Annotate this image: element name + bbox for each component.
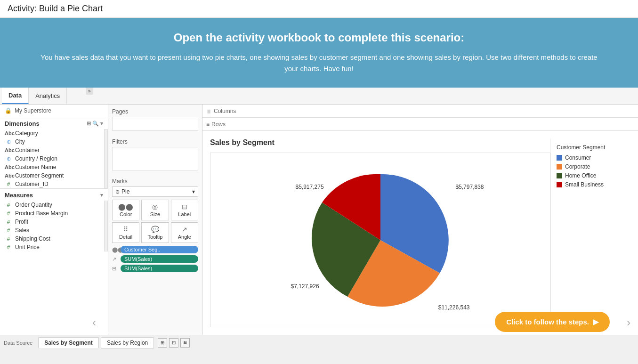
marks-field-label: ⊟ SUM(Sales) [112,265,198,272]
data-analytics-tabs: Data Analytics [2,88,67,104]
pages-section: Pages [112,108,198,135]
field-customer-name[interactable]: AbcCustomer Name [0,163,104,171]
field-product-base-margin[interactable]: #Product Base Margin [0,209,104,218]
legend-label-home-office: Home Office [565,172,596,179]
legend-panel: Customer Segment Consumer Corporate Home… [550,138,630,327]
rows-shelf: ≡ Rows [202,118,638,131]
legend-label-corporate: Corporate [565,163,590,170]
field-customer-segment[interactable]: AbcCustomer Segment [0,171,104,180]
tooltip-icon: 💬 [151,226,159,233]
hero-heading: Open the activity workbook to complete t… [38,31,600,44]
size-label: Size [150,211,160,217]
new-story-icon[interactable]: ≋ [180,338,190,348]
bottom-bar: Data Source Sales by Segment Sales by Re… [0,335,638,350]
columns-icon: ⫼ [206,108,212,114]
marks-field-color: ⬤⬤ Customer Seg.. [112,246,198,253]
sheet-tab-region[interactable]: Sales by Region [101,337,154,348]
meas-scrollbar[interactable] [104,201,108,251]
dim-scrollbar[interactable] [104,129,108,188]
marks-section: Marks ⊙ Pie ▾ ⬤⬤ Color ◎ Size [112,178,198,272]
left-panel: 🔒 My Superstore Dimensions ⊞ 🔍 ▾ AbcCate… [0,105,108,335]
lock-icon: 🔒 [5,107,12,114]
field-country-region[interactable]: ⊕Country / Region [0,154,104,163]
hero-body: You have sales data that you want to pre… [38,52,600,74]
field-customer-id[interactable]: #Customer_ID [0,180,104,188]
pie-svg [305,165,456,315]
marks-field-angle: ↗ SUM(Sales) [112,255,198,263]
data-source-tab[interactable]: Data Source [4,340,32,346]
tab-data[interactable]: Data [2,88,29,104]
marks-type: Pie [121,188,129,195]
marks-label: Marks [112,178,198,185]
mark-btn-detail[interactable]: ⠿ Detail [112,222,139,243]
color-label: Color [120,211,132,217]
chart-title: Sales by Segment [210,138,550,147]
nav-left-button[interactable]: ‹ [92,316,96,329]
label-consumer: $5,797,838 [455,184,484,190]
label-corporate: $11,226,543 [438,304,470,311]
legend-color-corporate [557,164,562,170]
pie-chart: $5,797,838 $11,226,543 $7,127,926 $5,917… [305,165,456,315]
mark-btn-size[interactable]: ◎ Size [141,200,169,220]
marks-label-pill[interactable]: SUM(Sales) [121,265,198,272]
mark-btn-label[interactable]: ⊟ Label [171,200,198,220]
new-sheet-icon[interactable]: ⊞ [158,338,167,348]
field-sales[interactable]: #Sales [0,226,104,235]
detail-label: Detail [119,234,132,240]
color-icon: ⬤⬤ [118,203,133,210]
field-category[interactable]: AbcCategory [0,129,104,138]
tableau-area: » Data Analytics 🔒 My Superstore Dimensi… [0,88,638,350]
field-profit[interactable]: #Profit [0,218,104,226]
marks-angle-pill[interactable]: SUM(Sales) [121,255,198,263]
field-container[interactable]: AbcContainer [0,146,104,154]
columns-label: ⫼ Columns [206,108,249,114]
marks-fields: ⬤⬤ Customer Seg.. ↗ SUM(Sales) ⊟ SUM(Sal… [112,246,198,272]
measures-label: Measures [5,192,33,199]
dimensions-list: AbcCategory ⊕City AbcContainer ⊕Country … [0,129,104,188]
mark-btn-tooltip[interactable]: 💬 Tooltip [141,222,169,243]
rows-label: ≡ Rows [206,121,249,128]
cta-label: Click to follow the steps. [506,318,589,326]
main-content: 🔒 My Superstore Dimensions ⊞ 🔍 ▾ AbcCate… [0,105,638,335]
marks-type-dropdown[interactable]: ⊙ Pie ▾ [112,186,198,197]
legend-label-consumer: Consumer [565,154,591,161]
marks-angle-prefix: ↗ [112,256,119,262]
page-title: Activity: Build a Pie Chart [0,0,638,18]
field-unit-price[interactable]: #Unit Price [0,243,104,251]
field-order-quantity[interactable]: #Order Quantity [0,201,104,209]
marks-color-pill[interactable]: Customer Seg.. [121,246,198,253]
meas-scroll-area: #Order Quantity #Product Base Margin #Pr… [0,201,108,251]
filters-box [112,147,198,170]
legend-item-consumer: Consumer [557,154,625,161]
measures-list: #Order Quantity #Product Base Margin #Pr… [0,201,104,251]
size-icon: ◎ [152,203,158,210]
angle-icon: ↗ [182,226,187,233]
pages-label: Pages [112,108,198,115]
legend-item-small-business: Small Business [557,181,625,188]
tab-analytics[interactable]: Analytics [29,88,67,104]
dimensions-section: Dimensions ⊞ 🔍 ▾ AbcCategory ⊕City AbcCo… [0,117,108,189]
chart-container: Sales by Segment [202,131,638,335]
dimensions-header: Dimensions ⊞ 🔍 ▾ [0,117,108,129]
expand-icon[interactable]: » [86,88,93,95]
middle-panel: Pages Filters Marks ⊙ Pie ▾ ⬤⬤ [108,105,202,335]
legend-color-home-office [557,173,562,178]
columns-shelf: ⫼ Columns [202,105,638,118]
field-city[interactable]: ⊕City [0,138,104,146]
measures-header: Measures ▾ [0,189,108,201]
label-home-office: $7,127,926 [291,283,319,290]
sheet-tab-segment[interactable]: Sales by Segment [38,337,99,348]
cta-button[interactable]: Click to follow the steps. ▶ [495,312,610,332]
legend-title: Customer Segment [557,144,625,151]
field-shipping-cost[interactable]: #Shipping Cost [0,235,104,243]
measures-section: Measures ▾ #Order Quantity #Product Base… [0,189,108,251]
mark-btn-color[interactable]: ⬤⬤ Color [112,200,139,220]
legend-label-small-business: Small Business [565,181,604,188]
dimensions-label: Dimensions [5,120,40,127]
nav-right-button[interactable]: › [627,316,630,329]
new-dashboard-icon[interactable]: ⊡ [169,338,178,348]
canvas-area: ⫼ Columns ≡ Rows Sales by Segment [202,105,638,335]
detail-icon: ⠿ [123,226,128,233]
mark-btn-angle[interactable]: ↗ Angle [171,222,198,243]
data-source[interactable]: 🔒 My Superstore [0,105,108,117]
